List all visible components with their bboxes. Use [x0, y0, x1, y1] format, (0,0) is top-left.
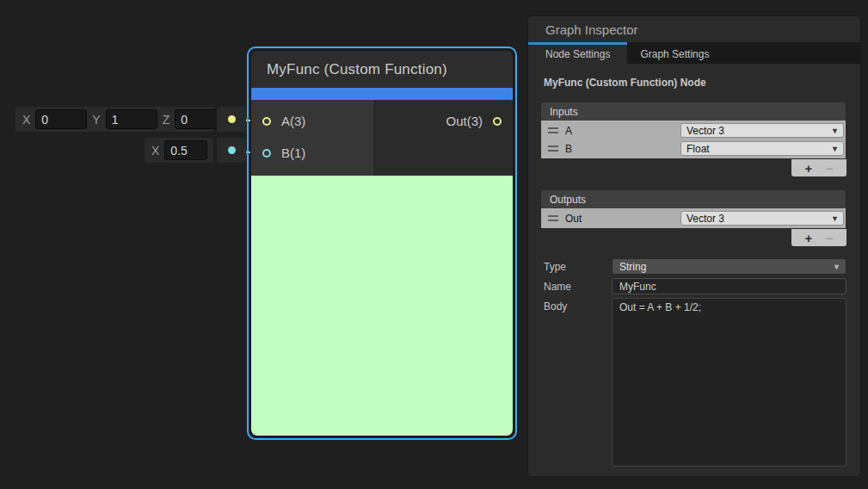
type-field-label: Type [528, 258, 612, 275]
inspector-title: Graph Inspector [528, 16, 860, 42]
input-name: B [565, 143, 680, 155]
function-body-textarea[interactable]: Out = A + B + 1/2; [612, 298, 846, 467]
output-name: Out [565, 213, 680, 225]
node-preview [251, 176, 513, 436]
input-name: A [565, 125, 680, 137]
port-a-icon[interactable] [262, 117, 271, 126]
dropdown-value: Vector 3 [686, 125, 724, 137]
z-axis-label: Z [163, 113, 170, 127]
outputs-section: Outputs Out Vector 3 ▼ + − [540, 189, 846, 246]
port-out-icon[interactable] [493, 117, 502, 126]
inputs-section-header: Inputs [540, 102, 846, 121]
dropdown-value: Vector 3 [686, 213, 724, 225]
tab-node-settings[interactable]: Node Settings [528, 42, 627, 64]
inspector-node-header: MyFunc (Custom Function) Node [544, 77, 860, 89]
inspector-tab-strip: Node Settings Graph Settings [528, 42, 860, 64]
custom-function-node[interactable]: MyFunc (Custom Function) A(3) B(1) Out(3… [250, 50, 514, 436]
vector3-input-widget: X Y Z [15, 107, 213, 132]
port-row-out[interactable]: Out(3) [375, 105, 513, 137]
float-value-field[interactable] [164, 140, 207, 160]
outputs-section-header: Outputs [540, 189, 846, 208]
input-row-a[interactable]: A Vector 3 ▼ [541, 121, 846, 139]
x-axis-label: X [151, 144, 159, 158]
drag-handle-icon[interactable] [548, 215, 558, 221]
outputs-list-footer: + − [791, 229, 846, 246]
chevron-down-icon: ▼ [831, 214, 839, 223]
input-a-type-dropdown[interactable]: Vector 3 ▼ [680, 123, 844, 138]
body-field-label: Body [528, 298, 612, 467]
x-value-field[interactable] [35, 109, 87, 129]
port-out-label: Out(3) [446, 114, 483, 128]
function-fields: Type String ▼ Name Body Out = A + B + 1/… [528, 258, 846, 467]
input-row-b[interactable]: B Float ▼ [541, 139, 846, 158]
drag-handle-icon[interactable] [548, 145, 558, 152]
drag-handle-icon[interactable] [548, 127, 558, 133]
inputs-list-footer: + − [791, 159, 846, 176]
chevron-down-icon: ▼ [833, 263, 840, 271]
port-b-icon[interactable] [262, 149, 271, 158]
vector3-output-connector[interactable] [217, 107, 246, 132]
node-input-ports: A(3) B(1) [251, 100, 375, 176]
float-input-widget: X [145, 138, 213, 163]
type-dropdown[interactable]: String ▼ [612, 258, 846, 275]
function-name-field[interactable] [612, 278, 846, 294]
name-field-label: Name [528, 278, 612, 294]
add-output-button[interactable]: + [804, 232, 812, 244]
chevron-down-icon: ▼ [831, 127, 839, 135]
output-row-out[interactable]: Out Vector 3 ▼ [541, 209, 846, 227]
port-dot-icon [228, 146, 236, 154]
chevron-down-icon: ▼ [831, 145, 839, 153]
x-axis-label: X [22, 113, 30, 127]
node-accent-bar [251, 88, 513, 100]
port-b-label: B(1) [281, 145, 305, 160]
remove-output-button[interactable]: − [826, 232, 834, 244]
inputs-section: Inputs A Vector 3 ▼ B Float ▼ + − [540, 102, 846, 176]
port-row-a[interactable]: A(3) [251, 105, 374, 137]
dropdown-value: String [619, 261, 646, 273]
tab-graph-settings[interactable]: Graph Settings [627, 42, 722, 64]
y-axis-label: Y [92, 113, 100, 127]
output-type-dropdown[interactable]: Vector 3 ▼ [680, 211, 844, 226]
y-value-field[interactable] [106, 109, 157, 129]
remove-input-button[interactable]: − [826, 162, 834, 175]
graph-inspector-panel: Graph Inspector Node Settings Graph Sett… [527, 15, 861, 477]
input-b-type-dropdown[interactable]: Float ▼ [680, 141, 844, 156]
dropdown-value: Float [686, 143, 710, 155]
port-a-label: A(3) [281, 114, 305, 128]
port-row-b[interactable]: B(1) [251, 137, 374, 169]
node-title: MyFunc (Custom Function) [251, 51, 513, 88]
float-output-connector[interactable] [217, 138, 246, 163]
node-output-ports: Out(3) [375, 100, 513, 176]
add-input-button[interactable]: + [804, 162, 812, 175]
port-dot-icon [228, 115, 236, 123]
